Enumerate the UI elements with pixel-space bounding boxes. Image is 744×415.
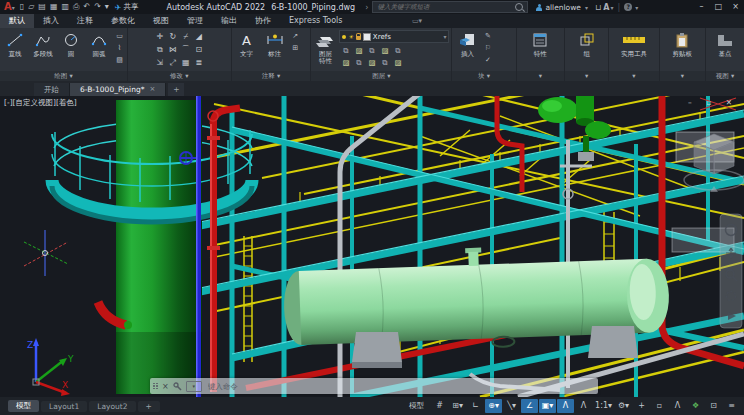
ucs-icon[interactable]: Z Y X <box>27 338 74 396</box>
group-button[interactable]: 组 <box>574 30 600 58</box>
qat-icon[interactable]: ↷ <box>94 0 101 14</box>
insert-block-button[interactable]: 插入 <box>454 30 480 58</box>
ribbon-tab[interactable]: 管理 <box>178 14 212 28</box>
modify-tool-icon[interactable]: ⇲ <box>153 56 166 69</box>
modify-tool-icon[interactable]: ✛ <box>153 30 166 43</box>
draw-panel-title[interactable]: 绘图 ▾ <box>0 71 127 81</box>
qat-icon[interactable]: ↶ <box>83 0 90 14</box>
draw-mini-icon[interactable]: ▨ <box>114 55 125 65</box>
modify-panel-title[interactable]: 修改 ▾ <box>128 71 231 81</box>
clipboard-panel-title[interactable]: ▾ <box>660 71 705 81</box>
search-flyout-icon[interactable]: › <box>365 3 368 12</box>
status-toggle-icon[interactable]: Λ <box>575 399 592 413</box>
maximize-button[interactable]: □ <box>710 0 727 14</box>
minimize-button[interactable]: – <box>693 0 710 14</box>
layer-tool-icon[interactable]: ⧉ <box>352 57 365 69</box>
viewport-controls[interactable]: [-][自定义视图][着色] <box>4 98 77 108</box>
status-toggle-icon[interactable]: ∟ <box>467 399 484 413</box>
status-toggle-icon[interactable]: ⚙▾ <box>615 399 632 413</box>
modify-tool-icon[interactable]: ↻ <box>166 30 179 43</box>
block-mini-icon[interactable]: ⚐ <box>482 43 493 53</box>
qat-icon[interactable]: ▱ <box>28 0 34 14</box>
share-button[interactable]: ✈ 共享 <box>115 2 139 12</box>
ribbon-tab[interactable]: Express Tools <box>280 14 352 28</box>
qat-icon[interactable]: ▥ <box>61 0 69 14</box>
status-toggle-icon[interactable]: ∠ <box>521 399 538 413</box>
block-mini-icon[interactable]: ✎ <box>482 31 493 41</box>
status-toggle-icon[interactable]: ⊞▾ <box>449 399 466 413</box>
layer-tool-icon[interactable]: ▨ <box>365 57 378 69</box>
modify-tool-icon[interactable]: ≣ <box>192 56 205 69</box>
status-toggle-icon[interactable]: ▣▾ <box>539 399 556 413</box>
status-toggle-icon[interactable]: Λ <box>557 399 574 413</box>
model-space-toggle[interactable]: 模型 <box>403 401 430 411</box>
ribbon-tab[interactable]: 视图 <box>144 14 178 28</box>
modify-tool-icon[interactable]: ⤢ <box>166 56 179 69</box>
layer-tool-icon[interactable]: ⧉ <box>391 45 404 57</box>
layer-properties-button[interactable]: 图层特性 <box>313 30 337 65</box>
modify-tool-icon[interactable]: ⧉ <box>153 43 166 56</box>
properties-panel-title[interactable]: ▾ <box>517 71 564 81</box>
document-tab[interactable]: 6-B-1000_Piping* × <box>70 83 166 96</box>
layout-tab[interactable]: Layout2 <box>89 401 135 412</box>
modify-tool-icon[interactable]: ⊡ <box>192 43 205 56</box>
recent-commands-icon[interactable]: ▾ <box>186 381 202 392</box>
layer-dropdown[interactable]: ☀ Xrefs ▾ <box>339 30 449 43</box>
help-icon[interactable]: ? <box>624 3 632 11</box>
block-panel-title[interactable]: 块 ▾ <box>452 71 515 81</box>
properties-button[interactable]: 特性 <box>527 30 553 58</box>
utilities-panel-title[interactable]: ▾ <box>609 71 658 81</box>
annotate-mini-icon[interactable]: ⊞ <box>290 43 301 53</box>
account-button[interactable]: allenlowe ▾ <box>536 3 588 12</box>
navigation-bar[interactable] <box>720 214 742 328</box>
status-toggle-icon[interactable]: ⊕▾ <box>485 399 502 413</box>
app-store-cart-icon[interactable]: ⊔ <box>595 3 601 12</box>
drawing-viewport[interactable]: [-][自定义视图][着色] – ▫ ✕ <box>0 96 744 397</box>
ribbon-minimize-icon[interactable]: ▭▾ <box>412 14 422 28</box>
annotate-panel-title[interactable]: 注释 ▾ <box>232 71 311 81</box>
close-tab-icon[interactable]: × <box>149 83 155 96</box>
layout-tab[interactable]: 模型 <box>8 400 39 412</box>
modify-tool-icon[interactable]: ⌒ <box>179 43 192 56</box>
qat-icon[interactable]: ▯ <box>20 0 24 14</box>
layout-tab[interactable]: Layout1 <box>41 401 87 412</box>
ribbon-tab[interactable]: 协作 <box>246 14 280 28</box>
polyline-button[interactable]: 多段线 <box>30 30 56 58</box>
command-grip-icon[interactable] <box>153 383 158 390</box>
point-marker[interactable] <box>24 230 68 276</box>
qat-icon[interactable]: ⎙ <box>73 0 79 14</box>
circle-button[interactable]: 圆 <box>58 30 84 58</box>
status-toggle-icon[interactable]: # <box>431 399 448 413</box>
ribbon-tab[interactable]: 参数化 <box>102 14 144 28</box>
start-tab[interactable]: 开始 <box>34 83 70 96</box>
view-panel-title[interactable]: 视图 ▾ <box>706 71 744 81</box>
status-toggle-icon[interactable]: Λ <box>669 399 686 413</box>
line-button[interactable]: 直线 <box>2 30 28 58</box>
command-customize-wrench-icon[interactable] <box>173 382 182 391</box>
text-button[interactable]: A 文字 <box>234 30 260 58</box>
status-toggle-icon[interactable]: + <box>633 399 650 413</box>
ribbon-tab[interactable]: 输出 <box>212 14 246 28</box>
qat-icon[interactable]: ▦ <box>50 0 58 14</box>
search-box[interactable] <box>372 1 528 13</box>
viewport-window-buttons[interactable]: – ▫ ✕ <box>688 98 738 107</box>
modify-tool-icon[interactable]: ⌿ <box>179 30 192 43</box>
search-icon[interactable] <box>515 3 523 11</box>
ribbon-tab[interactable]: 默认 <box>0 14 34 28</box>
green-column[interactable] <box>116 100 202 394</box>
ribbon-tab[interactable]: 注释 <box>68 14 102 28</box>
layer-tool-icon[interactable]: ▨ <box>391 57 404 69</box>
layer-tool-icon[interactable]: ▨ <box>352 45 365 57</box>
measure-button[interactable]: 实用工具 <box>614 30 654 58</box>
layer-tool-icon[interactable]: ▨ <box>339 57 352 69</box>
status-toggle-icon[interactable]: ≡ <box>723 399 740 413</box>
draw-mini-icon[interactable]: ⌇ <box>114 43 125 53</box>
modify-tool-icon[interactable]: ⋈ <box>166 43 179 56</box>
close-button[interactable]: × <box>727 0 744 14</box>
layer-tool-icon[interactable]: ⧉ <box>378 57 391 69</box>
layers-panel-title[interactable]: 图层 ▾ <box>311 71 451 81</box>
block-mini-icon[interactable]: ✓ <box>482 55 493 65</box>
autodesk-account-icon[interactable]: A▾ <box>603 3 613 12</box>
draw-mini-icon[interactable]: ▭ <box>114 31 125 41</box>
layout-tab[interactable]: + <box>138 401 160 412</box>
